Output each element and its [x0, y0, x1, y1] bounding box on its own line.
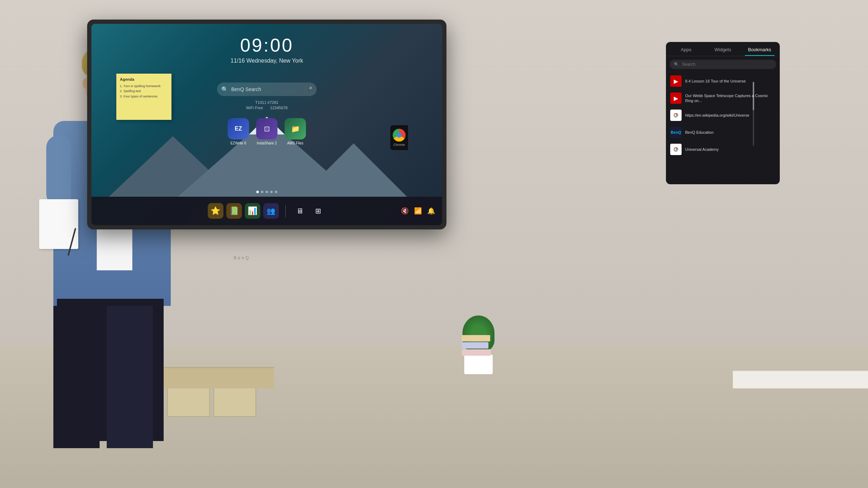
bookmark-item-2[interactable]: ▶ Our Webb Space Telescope Captures a Co…: [666, 90, 780, 107]
taskbar-star-icon[interactable]: ⭐: [208, 203, 223, 219]
sticky-item-2: 2. Spelling test: [120, 89, 168, 94]
bookmark-icon-google-3: [670, 110, 682, 121]
screen-clock-area: 09:00 11/16 Wednesday, New York: [91, 35, 442, 64]
chair-3: [213, 385, 256, 417]
search-input-label: BenQ Search: [231, 86, 261, 92]
bookmark-title-2: Our Webb Space Telescope Captures a Cosm…: [685, 93, 776, 104]
inshare-icon: ⊡: [256, 118, 277, 139]
person-arm-left: [46, 135, 71, 206]
device-info: T1011 #7281 WiFi Free 12345678: [246, 100, 288, 110]
panel-search-bar[interactable]: 🔍: [669, 60, 776, 69]
screen-apps-row: EZ EZWrite 6 ⊡ InstaShare 2 📁 AMS Files: [228, 118, 306, 145]
taskbar-chart-icon[interactable]: 📊: [245, 203, 260, 219]
panel-tabs: Apps Widgets Bookmarks: [666, 42, 780, 56]
tv-frame: 09:00 11/16 Wednesday, New York 🔍 BenQ S…: [87, 20, 446, 229]
search-icon: 🔍: [221, 86, 228, 93]
taskbar-grid-icon[interactable]: ⊞: [311, 203, 326, 219]
bookmarks-panel: Apps Widgets Bookmarks 🔍 ▶ 8.4 Lesson 16…: [666, 42, 780, 184]
inshare-label: InstaShare 2: [257, 141, 277, 145]
person-leg-right: [107, 306, 153, 448]
bookmark-icon-chrome-5: [670, 144, 682, 155]
panel-scrollbar-thumb: [753, 82, 754, 110]
mountain-right: [300, 143, 407, 197]
bookmark-icon-benq: BenQ: [670, 127, 682, 138]
taskbar: ⭐ 📗 📊 👥 🖥 ⊞ 🔇 📶 🔔: [91, 197, 442, 225]
ams-label: AMS Files: [287, 141, 303, 145]
clock-time: 09:00: [91, 35, 442, 56]
dot-3: [266, 191, 268, 193]
bookmark-item-5[interactable]: Universal Academy: [666, 141, 780, 158]
search-bar[interactable]: 🔍 BenQ Search 🎤: [217, 83, 317, 96]
panel-scrollbar[interactable]: [753, 82, 754, 146]
bookmark-title-4: BenQ Education: [685, 130, 714, 135]
room-id: T1011 #7281: [246, 100, 288, 105]
bookmark-item-4[interactable]: BenQ BenQ Education: [666, 124, 780, 141]
taskbar-teams-icon[interactable]: 👥: [263, 203, 279, 219]
person-leg-left: [53, 306, 100, 448]
taskbar-screen-icon[interactable]: 🖥: [292, 203, 308, 219]
taskbar-bell-icon[interactable]: 🔔: [427, 207, 435, 215]
taskbar-book-icon[interactable]: 📗: [226, 203, 242, 219]
app-inshare[interactable]: ⊡ InstaShare 2: [256, 118, 277, 145]
taskbar-wifi-icon[interactable]: 📶: [414, 207, 422, 215]
right-shelf: [733, 371, 868, 388]
bookmark-title-5: Universal Academy: [685, 147, 719, 152]
books-stack: [462, 335, 491, 356]
taskbar-mute-icon[interactable]: 🔇: [401, 207, 409, 215]
chrome-partial-icon[interactable]: Chrome: [390, 125, 408, 150]
tab-widgets[interactable]: Widgets: [704, 42, 741, 56]
clock-date: 11/16 Wednesday, New York: [91, 58, 442, 64]
bookmark-title-1: 8.4 Lesson 16 Tour of the Universe: [685, 79, 746, 84]
dot-2: [261, 191, 264, 193]
benq-brand: BenQ: [234, 255, 250, 260]
dot-5: [275, 191, 277, 193]
tab-apps[interactable]: Apps: [668, 42, 704, 56]
dot-4: [270, 191, 273, 193]
bookmark-icon-youtube-2: ▶: [670, 92, 682, 104]
ams-icon: 📁: [285, 118, 306, 139]
chair-2: [167, 385, 210, 417]
screen-page-dots: [256, 191, 277, 193]
plant-pot: [464, 355, 493, 374]
sticky-item-1: 1. Turn in spelling homework: [120, 84, 168, 89]
panel-search-input[interactable]: [682, 62, 772, 67]
taskbar-divider: [285, 205, 286, 217]
tv-screen: 09:00 11/16 Wednesday, New York 🔍 BenQ S…: [91, 24, 442, 225]
taskbar-right-icons: 🔇 📶 🔔: [401, 207, 435, 215]
sticky-item-3: 3. Four types of sentences: [120, 94, 168, 99]
bookmark-item-3[interactable]: https://en.wikipedia.org/wiki/Universe: [666, 107, 780, 124]
ezwrite-label: EZWrite 6: [231, 141, 246, 145]
tab-bookmarks[interactable]: Bookmarks: [741, 42, 778, 56]
wifi-status: WiFi Free: [246, 106, 263, 110]
bookmark-title-3: https://en.wikipedia.org/wiki/Universe: [685, 113, 749, 118]
bookmark-item-1[interactable]: ▶ 8.4 Lesson 16 Tour of the Universe: [666, 73, 780, 90]
microphone-icon: 🎤: [306, 86, 312, 92]
ezwrite-icon: EZ: [228, 118, 249, 139]
bookmark-icon-youtube-1: ▶: [670, 75, 682, 87]
bookmark-list: ▶ 8.4 Lesson 16 Tour of the Universe ▶ O…: [666, 71, 780, 184]
dot-1: [256, 191, 259, 193]
sticky-note-title: Agenda: [120, 77, 168, 81]
sticky-note[interactable]: Agenda 1. Turn in spelling homework 2. S…: [116, 74, 171, 120]
app-ezwrite[interactable]: EZ EZWrite 6: [228, 118, 249, 145]
phone-number: 12345678: [270, 106, 287, 110]
app-ams[interactable]: 📁 AMS Files: [285, 118, 306, 145]
panel-search-icon: 🔍: [674, 62, 679, 67]
